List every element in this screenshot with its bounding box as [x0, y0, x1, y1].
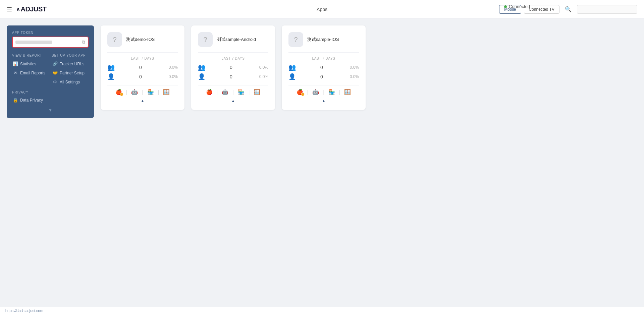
main-layout: APP TOKEN ⧉ VIEW & REPORT 📊 Statistics ✉…	[0, 19, 644, 125]
platform-row-2: 🍎 | 🤖 | 🏪 | 🪟	[288, 85, 359, 95]
statistics-label: Statistics	[20, 62, 36, 66]
platform-divider: |	[142, 89, 143, 95]
installs-pct-1: 0.0%	[255, 65, 268, 70]
app-card-0: ? 测试demo-IOS LAST 7 DAYS 👥 0 0.0% 👤 0 0.…	[101, 25, 184, 110]
statistics-icon: 📊	[13, 61, 18, 66]
sidebar-item-email-reports[interactable]: ✉ Email Reports	[12, 69, 49, 77]
app-header-0: ? 测试demo-IOS	[107, 32, 178, 47]
app-card-2: ? 测试sample-IOS LAST 7 DAYS 👥 0 0.0% 👤 0 …	[282, 25, 366, 110]
platform-divider: |	[249, 89, 250, 95]
warning-dot	[120, 92, 123, 96]
hamburger-icon[interactable]: ☰	[7, 6, 12, 13]
app-token-label: APP TOKEN	[12, 31, 89, 35]
connected-badge: Connected	[504, 4, 530, 9]
installs-row-1: 👥 0 0.0%	[198, 64, 268, 71]
settings-icon: ⚙	[52, 79, 58, 84]
sidebar-expand[interactable]: ▼	[12, 108, 89, 113]
all-settings-label: All Settings	[60, 80, 80, 84]
revenue-pct-0: 0.0%	[164, 74, 178, 79]
platform-divider: |	[158, 89, 159, 95]
data-privacy-label: Data Privacy	[20, 98, 43, 103]
setup-label: SET UP YOUR APP	[52, 54, 89, 57]
card-divider-1	[198, 52, 268, 53]
platform-ios-badge[interactable]: 🍎	[115, 89, 122, 95]
windows-icon-2[interactable]: 🪟	[344, 89, 351, 95]
sidebar-item-statistics[interactable]: 📊 Statistics	[12, 60, 49, 68]
platform-divider: |	[339, 89, 340, 95]
app-name-2: 测试sample-IOS	[307, 37, 339, 43]
app-name-1: 测试sample-Android	[217, 37, 256, 43]
platform-row-1: 🍎 | 🤖 | 🏪 | 🪟	[198, 85, 268, 95]
platform-divider: |	[217, 89, 218, 95]
logo-icon: ∧	[16, 6, 20, 12]
app-icon-2: ?	[288, 32, 303, 47]
installs-count-1: 0	[207, 65, 255, 70]
warning-dot	[301, 92, 305, 96]
android-icon-2[interactable]: 🤖	[312, 89, 319, 95]
connected-label: Connected	[509, 4, 530, 9]
tracker-icon: 🔗	[52, 61, 58, 66]
revenue-icon-1: 👤	[198, 73, 207, 80]
revenue-count-1: 0	[207, 74, 255, 79]
installs-count-2: 0	[298, 65, 345, 70]
copy-icon[interactable]: ⧉	[82, 39, 85, 45]
app-name-0: 测试demo-IOS	[126, 37, 155, 43]
apps-grid: ? 测试demo-IOS LAST 7 DAYS 👥 0 0.0% 👤 0 0.…	[101, 25, 366, 110]
store-icon-0[interactable]: 🏪	[147, 89, 154, 95]
revenue-icon-0: 👤	[107, 73, 117, 80]
ios-icon-1[interactable]: 🍎	[206, 89, 213, 95]
setup-col: SET UP YOUR APP 🔗 Tracker URLs 🤝 Partner…	[52, 52, 89, 87]
sidebar-item-all-settings[interactable]: ⚙ All Settings	[52, 78, 89, 86]
logo-text: ADJUST	[21, 5, 47, 13]
sidebar-item-tracker-urls[interactable]: 🔗 Tracker URLs	[52, 60, 89, 68]
card-expand-1[interactable]: ▲	[198, 99, 268, 103]
revenue-row-2: 👤 0 0.0%	[288, 73, 359, 80]
installs-row-0: 👥 0 0.0%	[107, 64, 178, 71]
card-expand-2[interactable]: ▲	[288, 99, 359, 103]
app-card-1: ? 测试sample-Android LAST 7 DAYS 👥 0 0.0% …	[191, 25, 275, 110]
page-title: Apps	[317, 7, 327, 12]
status-url: https://dash.adjust.com	[5, 309, 43, 313]
sidebar-item-data-privacy[interactable]: 🔒 Data Privacy	[12, 96, 89, 104]
platform-row-0: 🍎 | 🤖 | 🏪 | 🪟	[107, 85, 178, 95]
sidebar-item-partner-setup[interactable]: 🤝 Partner Setup	[52, 69, 89, 77]
app-token-value	[15, 41, 52, 44]
platform-ios-badge[interactable]: 🍎	[297, 89, 303, 95]
privacy-icon: 🔒	[13, 98, 18, 103]
windows-icon-0[interactable]: 🪟	[163, 89, 170, 95]
status-bar: https://dash.adjust.com	[0, 307, 644, 314]
app-token-box: ⧉	[12, 37, 89, 48]
card-divider-2	[288, 52, 359, 53]
users-icon-1: 👥	[198, 64, 207, 71]
android-icon-0[interactable]: 🤖	[131, 89, 138, 95]
app-header-1: ? 测试sample-Android	[198, 32, 268, 47]
revenue-icon-2: 👤	[288, 73, 298, 80]
email-icon: ✉	[13, 70, 18, 75]
sidebar-columns: VIEW & REPORT 📊 Statistics ✉ Email Repor…	[12, 52, 89, 87]
partner-icon: 🤝	[52, 70, 58, 75]
installs-pct-2: 0.0%	[345, 65, 359, 70]
card-divider-0	[107, 52, 178, 53]
app-icon-1: ?	[198, 32, 213, 47]
revenue-row-1: 👤 0 0.0%	[198, 73, 268, 80]
platform-divider: |	[232, 89, 234, 95]
revenue-pct-2: 0.0%	[345, 74, 359, 79]
revenue-count-2: 0	[298, 74, 345, 79]
platform-divider: |	[323, 89, 324, 95]
store-icon-1[interactable]: 🏪	[238, 89, 245, 95]
revenue-count-0: 0	[117, 74, 164, 79]
card-expand-0[interactable]: ▲	[107, 99, 178, 103]
logo: ∧ ADJUST	[16, 5, 47, 13]
windows-icon-1[interactable]: 🪟	[254, 89, 260, 95]
view-report-col: VIEW & REPORT 📊 Statistics ✉ Email Repor…	[12, 52, 49, 87]
search-icon-button[interactable]: 🔍	[562, 5, 574, 14]
connected-dot	[504, 5, 507, 8]
store-icon-2[interactable]: 🏪	[328, 89, 335, 95]
android-icon-1[interactable]: 🤖	[222, 89, 228, 95]
search-input[interactable]	[577, 5, 637, 14]
partner-setup-label: Partner Setup	[60, 71, 85, 75]
revenue-pct-1: 0.0%	[255, 74, 268, 79]
users-icon-0: 👥	[107, 64, 117, 71]
sidebar: APP TOKEN ⧉ VIEW & REPORT 📊 Statistics ✉…	[7, 25, 94, 118]
period-label-0: LAST 7 DAYS	[107, 57, 178, 60]
